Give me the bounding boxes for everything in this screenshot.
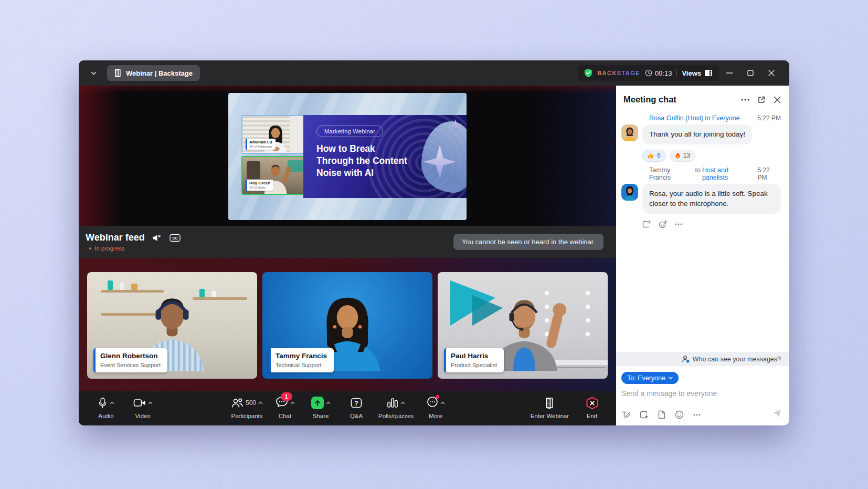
speaker-name: Roy Green [249,181,270,186]
participants-button[interactable]: 500 Participants [231,396,263,419]
door-icon [114,69,121,77]
chevron-up-icon[interactable] [110,401,114,404]
share-icon [311,397,324,409]
meeting-area: Amanda Lu VP of Marketing [79,86,616,425]
chat-more-button[interactable] [741,99,749,101]
format-text-icon [621,411,630,419]
polls-button[interactable]: Polls/quizzes [378,396,414,419]
chat-header: Meeting chat [616,86,789,108]
end-meeting-icon [586,397,599,410]
chevron-up-icon[interactable] [290,401,295,404]
chevron-up-icon[interactable] [258,401,263,404]
emoji-icon [675,410,684,419]
end-button[interactable]: End [578,396,606,419]
slide-title-line3: Noise with AI [316,167,467,179]
participants-label: Participants [231,413,262,419]
chat-button[interactable]: 1 Chat [271,396,299,419]
composer-more-button[interactable] [693,414,701,416]
more-notification-dot [436,395,439,399]
collapse-chevron-button[interactable] [87,67,100,79]
feed-info: Webinar feed CC In progress [86,232,181,252]
close-button[interactable] [761,65,782,81]
chat-popout-button[interactable] [757,96,766,104]
panelist-name-tag: Tammy Francis Technical Support [269,348,334,372]
camera-icon [133,398,146,408]
recipient-link[interactable]: Host and panelists [702,167,756,181]
share-button[interactable]: Share [307,396,334,419]
speaker-name-tag: Roy Green VP of Sales [246,180,273,191]
recipient-link[interactable]: Everyone [712,115,740,122]
panelist-name-tag: Paul Harris Product Specialist [444,348,504,372]
maximize-button[interactable] [740,65,761,81]
send-message-button[interactable] [772,408,782,418]
divider [676,69,677,77]
qa-button[interactable]: ? Q&A [343,396,370,419]
layout-views-icon [704,69,713,77]
attach-file-button[interactable] [658,410,665,419]
more-button[interactable]: More [422,396,449,419]
format-text-button[interactable] [621,411,630,419]
reaction-fire[interactable]: 13 [670,150,695,162]
reaction-thumbs-up[interactable]: 6 [642,150,666,162]
chat-close-button[interactable] [774,96,781,103]
message-more-button[interactable] [675,223,682,225]
more-horizontal-icon [675,223,682,225]
feed-captions-button[interactable]: CC [170,234,181,242]
chat-label: Chat [279,413,291,419]
panelist-name: Paul Harris [451,352,497,361]
svg-text:CC: CC [172,236,177,240]
message-time: 5:22 PM [757,115,781,122]
chat-composer: To: Everyone [616,366,789,425]
tab-webinar-backstage[interactable]: Webinar | Backstage [107,65,200,81]
chevron-up-icon[interactable] [326,401,331,404]
polls-icon [387,398,398,408]
video-tile-tammy[interactable]: Tammy Francis Technical Support [262,272,432,379]
audio-button[interactable]: Audio [92,396,120,419]
qa-icon: ? [351,398,362,408]
video-tile-paul[interactable]: Paul Harris Product Specialist [438,272,608,379]
slide-title-panel: Marketing Webinar How to Break Through t… [303,115,467,198]
enter-webinar-button[interactable]: Enter Webinar [531,396,569,419]
qa-label: Q&A [350,413,363,419]
meeting-toolbar: Audio Video 500 [79,391,616,425]
vanity-lights-art [586,291,590,295]
add-reaction-button[interactable] [659,220,668,228]
enter-webinar-door-icon [545,397,554,409]
emoji-add-icon [659,220,668,228]
backstage-video-row: Glenn Robertson Event Services Support [79,258,616,391]
microphone-icon [98,397,108,409]
maximize-icon [747,70,754,76]
participants-count: 500 [246,399,256,407]
audio-label: Audio [98,413,113,419]
more-label: More [429,413,442,419]
views-button[interactable]: Views [682,69,713,77]
who-can-see-banner[interactable]: Who can see your messages? [616,352,789,366]
timer-value: 00:13 [655,69,672,77]
close-icon [774,96,781,103]
video-label: Video [135,413,150,419]
feed-label: Webinar feed [86,232,145,243]
screen-capture-button[interactable] [640,411,649,419]
clock-icon [645,69,652,77]
message-hover-actions [642,220,781,228]
meeting-timer: 00:13 [645,69,672,77]
composer-toolbar [621,410,782,419]
video-button[interactable]: Video [129,396,156,419]
sender-link[interactable]: Rosa Griffin (Host) [649,115,703,122]
quote-reply-button[interactable] [642,220,651,228]
chevron-up-icon[interactable] [400,401,405,404]
panelist-role: Event Services Support [100,362,161,369]
chevron-up-icon[interactable] [440,401,445,404]
emoji-button[interactable] [675,410,684,419]
titlebar-right: BACKSTAGE 00:13 Views [578,65,782,81]
titlebar: Webinar | Backstage BACKSTAGE 00:13 View… [79,60,789,86]
shelf-item [108,280,113,290]
chevron-up-icon[interactable] [148,401,153,404]
minimize-button[interactable] [719,65,740,81]
video-tile-glenn[interactable]: Glenn Robertson Event Services Support [87,272,257,379]
feed-mute-button[interactable] [152,234,162,242]
message-input[interactable] [621,389,763,398]
session-status-pill: BACKSTAGE 00:13 Views [578,65,719,81]
person-privacy-icon [682,355,690,363]
recipient-selector[interactable]: To: Everyone [621,372,679,384]
